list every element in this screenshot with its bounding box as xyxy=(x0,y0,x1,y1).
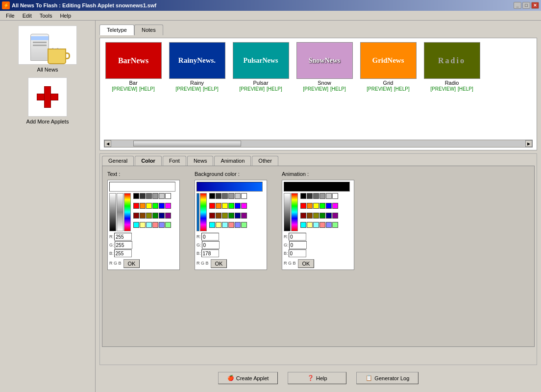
text-r-input[interactable]: 255 xyxy=(114,233,132,241)
maximize-button[interactable]: □ xyxy=(522,2,530,9)
menu-tools[interactable]: Tools xyxy=(36,12,56,20)
text-color-preview[interactable] xyxy=(109,182,175,192)
applets-scroll-area: BarNews Bar [PREVIEW] [HELP] RainyNews. … xyxy=(104,42,533,138)
scroll-thumb[interactable] xyxy=(133,141,241,147)
menu-file[interactable]: File xyxy=(2,12,19,20)
help-button[interactable]: ❓ Help xyxy=(288,372,346,384)
bg-b-label: B: xyxy=(197,251,201,256)
applet-rainy-thumb: RainyNews. xyxy=(169,42,225,79)
anim-b-input[interactable]: 0 xyxy=(289,249,306,257)
bg-color-ok-button[interactable]: OK xyxy=(211,259,227,268)
anim-color-picker[interactable]: R: 0 G: 0 B: 0 xyxy=(282,180,354,270)
applet-rainy-preview[interactable]: [PREVIEW] xyxy=(175,86,201,92)
bg-color-palette[interactable] xyxy=(209,193,247,231)
text-g-input[interactable]: 255 xyxy=(115,241,132,249)
applet-snow-help[interactable]: [HELP] xyxy=(330,86,346,92)
applet-grid[interactable]: GridNews Grid [PREVIEW] [HELP] xyxy=(359,42,418,138)
text-rgb-label: R: xyxy=(109,234,114,239)
applet-bar-links: [PREVIEW] [HELP] xyxy=(112,86,154,92)
close-button[interactable]: ✕ xyxy=(531,2,539,9)
anim-rgb-all-label: R G B xyxy=(284,261,296,266)
bg-r-label: R: xyxy=(197,234,201,239)
text-color-palette[interactable] xyxy=(133,193,171,231)
applet-snow[interactable]: SnowNews Snow [PREVIEW] [HELP] xyxy=(295,42,354,138)
top-tab-bar: Teletype Notes xyxy=(99,24,537,35)
scroll-right-button[interactable]: ▶ xyxy=(525,140,532,147)
applet-rainy-links: [PREVIEW] [HELP] xyxy=(175,86,218,92)
sidebar-item-add-applets[interactable]: Add More Applets xyxy=(26,77,69,124)
applet-radio-preview[interactable]: [PREVIEW] xyxy=(430,86,456,92)
anim-color-preview[interactable] xyxy=(284,182,350,192)
applet-pulsar-preview[interactable]: [PREVIEW] xyxy=(239,86,265,92)
config-tab-bar: General Color Font News Animation Other xyxy=(100,154,537,166)
applets-panel: BarNews Bar [PREVIEW] [HELP] RainyNews. … xyxy=(99,38,537,150)
main-layout: ~ ~ All News Add More Applets Teletyp xyxy=(0,21,541,392)
text-color-ok-button[interactable]: OK xyxy=(123,259,140,268)
applet-rainy-help[interactable]: [HELP] xyxy=(203,86,219,92)
scroll-left-button[interactable]: ◀ xyxy=(104,140,111,147)
anim-color-group: Animation : xyxy=(282,171,354,270)
bottom-bar: 🍎 Create Applet ❓ Help 📋 Generator Log xyxy=(99,368,537,388)
applet-bar[interactable]: BarNews Bar [PREVIEW] [HELP] xyxy=(104,42,163,138)
menu-edit[interactable]: Edit xyxy=(19,12,36,20)
text-color-bar-gray[interactable] xyxy=(117,193,123,231)
create-applet-button[interactable]: 🍎 Create Applet xyxy=(218,372,278,384)
bg-g-input[interactable]: 0 xyxy=(202,241,220,249)
anim-color-bar-bw[interactable] xyxy=(284,193,291,231)
config-tab-font[interactable]: Font xyxy=(163,156,186,166)
applet-pulsar-name: Pulsar xyxy=(253,80,268,86)
menu-help[interactable]: Help xyxy=(56,12,75,20)
anim-color-bar-rainbow[interactable] xyxy=(291,193,298,231)
bg-color-bar-rainbow[interactable] xyxy=(200,193,207,231)
applet-radio-help[interactable]: [HELP] xyxy=(458,86,473,92)
title-bar: ⚡ All News To Flash : Editing Flash Appl… xyxy=(0,0,541,11)
bg-color-picker[interactable]: R: 0 G: 0 B: 178 xyxy=(195,180,267,270)
bg-color-preview[interactable] xyxy=(197,182,263,192)
generator-log-icon: 📋 xyxy=(366,375,372,381)
all-news-label: All News xyxy=(37,67,58,73)
anim-r-input[interactable]: 0 xyxy=(289,233,306,241)
anim-color-palette[interactable] xyxy=(300,193,338,231)
bg-color-bar-blue[interactable] xyxy=(197,193,199,231)
anim-g-label: G: xyxy=(284,243,289,247)
applet-bar-preview[interactable]: [PREVIEW] xyxy=(112,86,137,92)
config-tab-general[interactable]: General xyxy=(102,156,134,166)
scroll-track[interactable] xyxy=(111,141,525,147)
bg-color-label: Background color : xyxy=(195,171,267,177)
applet-pulsar-help[interactable]: [HELP] xyxy=(267,86,282,92)
applet-snow-preview[interactable]: [PREVIEW] xyxy=(303,86,328,92)
applet-pulsar[interactable]: PulsarNews Pulsar [PREVIEW] [HELP] xyxy=(231,42,290,138)
text-color-label: Text : xyxy=(107,171,180,177)
config-tab-news[interactable]: News xyxy=(187,156,214,166)
text-color-bar-bw[interactable] xyxy=(109,193,116,231)
anim-g-input[interactable]: 0 xyxy=(289,241,307,249)
applet-bar-name: Bar xyxy=(129,80,137,86)
bg-b-input[interactable]: 178 xyxy=(201,249,219,257)
window-controls: _ □ ✕ xyxy=(514,2,539,9)
applet-radio-links: [PREVIEW] [HELP] xyxy=(430,86,473,92)
sidebar-item-all-news[interactable]: ~ ~ All News xyxy=(18,25,77,73)
text-b-input[interactable]: 255 xyxy=(114,249,132,257)
generator-log-label: Generator Log xyxy=(374,375,409,381)
config-tab-other[interactable]: Other xyxy=(252,156,278,166)
text-color-bar-rainbow[interactable] xyxy=(124,193,131,231)
text-color-picker[interactable]: R: 255 G: 255 B: 255 xyxy=(107,180,180,270)
bg-r-input[interactable]: 0 xyxy=(201,233,219,241)
applet-bar-help[interactable]: [HELP] xyxy=(139,86,155,92)
applet-grid-help[interactable]: [HELP] xyxy=(394,86,410,92)
text-g-label: G: xyxy=(109,243,114,247)
anim-color-ok-button[interactable]: OK xyxy=(298,259,315,268)
applet-grid-preview[interactable]: [PREVIEW] xyxy=(367,86,392,92)
config-tab-color[interactable]: Color xyxy=(135,156,162,166)
config-tab-animation[interactable]: Animation xyxy=(214,156,251,166)
tab-teletype[interactable]: Teletype xyxy=(99,24,134,35)
config-panel: General Color Font News Animation Other … xyxy=(99,153,537,365)
window-title: All News To Flash : Editing Flash Applet… xyxy=(12,2,156,8)
applet-rainy[interactable]: RainyNews. Rainy [PREVIEW] [HELP] xyxy=(168,42,226,138)
generator-log-button[interactable]: 📋 Generator Log xyxy=(356,372,418,384)
menu-bar: File Edit Tools Help xyxy=(0,11,541,21)
bg-color-group: Background color : xyxy=(195,171,267,270)
minimize-button[interactable]: _ xyxy=(514,2,521,9)
tab-notes[interactable]: Notes xyxy=(134,24,163,35)
applet-radio[interactable]: Radio Radio [PREVIEW] [HELP] xyxy=(422,42,481,138)
